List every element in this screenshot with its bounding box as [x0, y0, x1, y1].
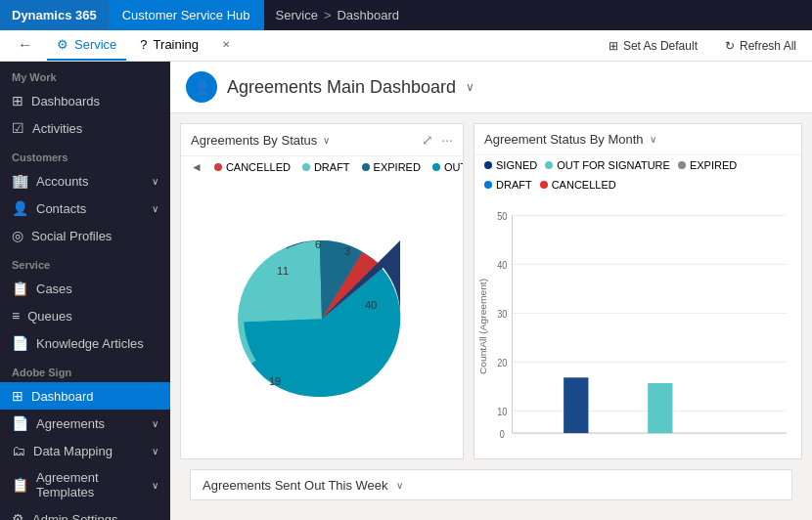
pie-chart-title: Agreements By Status	[191, 133, 317, 148]
sidebar-item-activities[interactable]: ☑ Activities	[0, 114, 170, 142]
bar-out-for-sig-1	[648, 383, 672, 433]
y-axis-label: CountAll (Agreement)	[478, 279, 488, 374]
main-layout: My Work ⊞ Dashboards ☑ Activities Custom…	[0, 62, 812, 520]
sidebar-item-admin-settings[interactable]: ⚙ Admin Settings	[0, 505, 170, 520]
seg-draft	[244, 240, 322, 322]
sidebar-item-dashboards[interactable]: ⊞ Dashboards	[0, 87, 170, 114]
bar-chart-body: 50 40 30 20 10 0	[474, 195, 801, 458]
top-bar: Dynamics 365 Customer Service Hub Servic…	[0, 0, 812, 30]
section-customers: Customers	[0, 142, 170, 167]
hub-label: Customer Service Hub	[122, 8, 250, 22]
bar-legend-cancelled: CANCELLED	[540, 179, 616, 191]
bar-legend-label-expired: EXPIRED	[690, 159, 737, 171]
more-icon[interactable]: ···	[441, 132, 453, 148]
tab-training[interactable]: ? Training	[130, 30, 208, 61]
legend-prev-icon[interactable]: ◄	[191, 160, 203, 174]
sidebar-item-data-mapping[interactable]: 🗂 Data Mapping ∨	[0, 437, 170, 464]
bar-chart-title-chevron-icon[interactable]: ∨	[650, 134, 656, 145]
agreements-label: Agreements	[36, 416, 144, 431]
refresh-all-button[interactable]: ↻ Refresh All	[717, 35, 804, 57]
breadcrumb-page: Dashboard	[337, 8, 399, 22]
training-icon: ?	[140, 37, 147, 52]
sidebar-item-agreement-templates[interactable]: 📋 Agreement Templates ∨	[0, 464, 170, 505]
pie-chart-card: Agreements By Status ∨ ⤢ ··· ◄ CANCELLED	[180, 123, 464, 459]
refresh-icon: ↻	[725, 39, 735, 53]
sidebar-item-cases[interactable]: 📋 Cases	[0, 275, 170, 302]
sidebar-item-contacts[interactable]: 👤 Contacts ∨	[0, 195, 170, 222]
sidebar-item-accounts[interactable]: 🏢 Accounts ∨	[0, 167, 170, 195]
set-default-label: Set As Default	[623, 39, 698, 53]
data-mapping-label: Data Mapping	[33, 444, 144, 458]
social-profiles-label: Social Profiles	[31, 229, 158, 243]
bottom-section-chevron-icon[interactable]: ∨	[396, 480, 403, 491]
legend-dot-expired	[362, 163, 370, 171]
sidebar-item-adobe-dashboard[interactable]: ⊞ Dashboard	[0, 382, 170, 410]
y-tick-50: 50	[497, 210, 507, 222]
bottom-section: Agreements Sent Out This Week ∨	[190, 469, 792, 500]
set-default-icon: ⊞	[609, 39, 618, 53]
adobe-dashboard-icon: ⊞	[12, 388, 23, 404]
sidebar-item-social-profiles[interactable]: ◎ Social Profiles	[0, 222, 170, 249]
breadcrumb-service: Service	[276, 8, 318, 22]
bar-legend-expired: EXPIRED	[678, 159, 737, 171]
tab-close-button[interactable]: ✕	[212, 30, 240, 61]
dashboard-avatar: 👤	[186, 71, 217, 103]
pie-chart-legend: ◄ CANCELLED DRAFT EXPIRED	[181, 156, 463, 178]
queues-icon: ≡	[12, 308, 20, 324]
pie-label-11: 11	[277, 265, 289, 277]
bar-legend-signed: SIGNED	[484, 159, 537, 171]
tab-training-label: Training	[154, 37, 199, 52]
cases-icon: 📋	[12, 281, 28, 296]
dashboards-label: Dashboards	[31, 94, 158, 108]
social-profiles-icon: ◎	[12, 228, 23, 243]
bar-chart-header: Agreement Status By Month ∨	[474, 124, 801, 155]
expand-icon[interactable]: ⤢	[422, 132, 433, 148]
agreement-templates-label: Agreement Templates	[36, 470, 144, 499]
dashboards-icon: ⊞	[12, 93, 23, 108]
legend-item-expired: EXPIRED	[362, 161, 421, 173]
queues-label: Queues	[27, 309, 158, 324]
legend-label-out-for-s: OUT FOR S	[444, 161, 463, 173]
adobe-dashboard-label: Dashboard	[31, 389, 158, 404]
section-my-work: My Work	[0, 62, 170, 87]
section-service: Service	[0, 249, 170, 275]
service-icon: ⚙	[57, 37, 68, 52]
toolbar-actions: ⊞ Set As Default ↻ Refresh All	[601, 35, 804, 57]
legend-label-cancelled: CANCELLED	[226, 161, 291, 173]
bar-legend-dot-cancelled	[540, 181, 548, 189]
pie-chart-actions: ⤢ ···	[422, 132, 453, 148]
agreements-icon: 📄	[12, 415, 28, 431]
legend-label-expired: EXPIRED	[374, 161, 421, 173]
bottom-section-title: Agreements Sent Out This Week	[203, 478, 388, 493]
bar-legend-out-for-sig: OUT FOR SIGNATURE	[545, 159, 670, 171]
admin-settings-label: Admin Settings	[32, 512, 158, 521]
knowledge-articles-icon: 📄	[12, 335, 28, 351]
y-tick-10: 10	[497, 406, 507, 417]
agreements-chevron-icon: ∨	[152, 418, 158, 429]
bar-legend-dot-draft	[484, 181, 492, 189]
charts-area: Agreements By Status ∨ ⤢ ··· ◄ CANCELLED	[170, 113, 812, 520]
sidebar-item-agreements[interactable]: 📄 Agreements ∨	[0, 410, 170, 437]
set-default-button[interactable]: ⊞ Set As Default	[601, 35, 705, 57]
accounts-chevron-icon: ∨	[152, 176, 158, 187]
bar-legend-label-draft: DRAFT	[496, 179, 532, 191]
activities-label: Activities	[32, 121, 158, 136]
sidebar: My Work ⊞ Dashboards ☑ Activities Custom…	[0, 62, 170, 520]
data-mapping-icon: 🗂	[12, 443, 25, 458]
dynamics365-brand[interactable]: Dynamics 365	[0, 0, 109, 30]
dashboard-title-chevron-icon[interactable]: ∨	[466, 80, 474, 94]
data-mapping-chevron-icon: ∨	[152, 446, 158, 456]
bar-legend-label-signed: SIGNED	[496, 159, 537, 171]
pie-group	[244, 239, 400, 396]
hub-brand[interactable]: Customer Service Hub	[109, 0, 264, 30]
sidebar-item-queues[interactable]: ≡ Queues	[0, 302, 170, 329]
pie-label-40: 40	[365, 299, 377, 311]
contacts-label: Contacts	[36, 201, 144, 216]
tab-service[interactable]: ⚙ Service	[47, 30, 126, 61]
y-tick-0: 0	[500, 428, 505, 440]
bar-legend-draft: DRAFT	[484, 179, 532, 191]
tab-back[interactable]: ←	[8, 30, 43, 61]
contacts-chevron-icon: ∨	[152, 203, 158, 214]
pie-chart-title-chevron-icon[interactable]: ∨	[323, 135, 330, 146]
sidebar-item-knowledge-articles[interactable]: 📄 Knowledge Articles	[0, 329, 170, 357]
